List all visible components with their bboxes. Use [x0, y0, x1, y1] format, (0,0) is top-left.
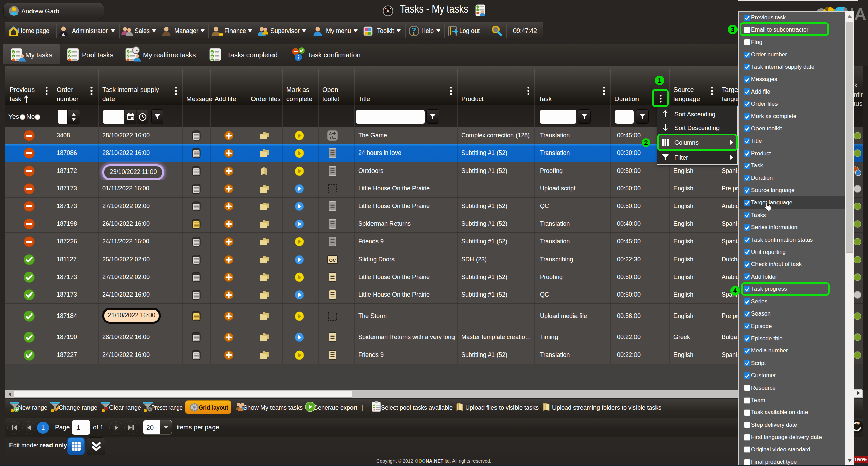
svg-text:i: i: [298, 55, 299, 60]
svg-text:?: ?: [412, 26, 416, 34]
svg-text:A: A: [329, 131, 332, 136]
svg-text:CC: CC: [329, 257, 336, 262]
